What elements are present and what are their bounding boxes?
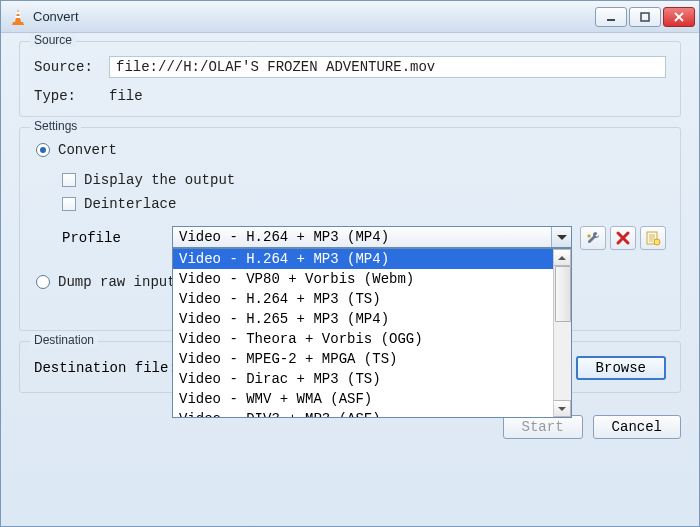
destination-legend: Destination [30, 333, 98, 347]
svg-rect-4 [607, 19, 615, 21]
source-label: Source: [34, 59, 109, 75]
display-output-label: Display the output [84, 172, 235, 188]
profile-dropdown: Video - H.264 + MP3 (MP4)Video - VP80 + … [172, 248, 572, 418]
deinterlace-checkbox[interactable] [62, 197, 76, 211]
profile-option[interactable]: Video - H.264 + MP3 (MP4) [173, 249, 553, 269]
type-value: file [109, 88, 143, 104]
dump-raw-radio[interactable] [36, 275, 50, 289]
svg-point-8 [654, 239, 660, 245]
scroll-down-button[interactable] [554, 400, 571, 417]
profile-option[interactable]: Video - Dirac + MP3 (TS) [173, 369, 553, 389]
svg-point-6 [588, 241, 590, 243]
close-button[interactable] [663, 7, 695, 27]
svg-marker-3 [12, 22, 24, 25]
type-label: Type: [34, 88, 109, 104]
profile-tool-buttons [580, 226, 666, 250]
dump-raw-label: Dump raw input [58, 274, 176, 290]
settings-group: Settings Convert Display the output Dein… [19, 127, 681, 331]
profile-combobox[interactable]: Video - H.264 + MP3 (MP4) [172, 226, 572, 248]
window-title: Convert [33, 9, 595, 24]
profile-option[interactable]: Video - VP80 + Vorbis (Webm) [173, 269, 553, 289]
source-input[interactable] [109, 56, 666, 78]
scroll-up-button[interactable] [554, 249, 571, 266]
svg-rect-2 [16, 16, 21, 18]
settings-legend: Settings [30, 119, 81, 133]
wrench-icon [585, 230, 601, 246]
scroll-thumb[interactable] [555, 266, 571, 322]
profile-option[interactable]: Video - H.265 + MP3 (MP4) [173, 309, 553, 329]
destination-file-label: Destination file: [34, 360, 177, 376]
dropdown-scrollbar[interactable] [553, 249, 571, 417]
new-profile-icon [645, 230, 661, 246]
profile-option[interactable]: Video - Theora + Vorbis (OGG) [173, 329, 553, 349]
edit-profile-button[interactable] [580, 226, 606, 250]
profile-selected-value: Video - H.264 + MP3 (MP4) [179, 229, 389, 245]
display-output-checkbox[interactable] [62, 173, 76, 187]
minimize-button[interactable] [595, 7, 627, 27]
window-controls [595, 7, 695, 27]
new-profile-button[interactable] [640, 226, 666, 250]
vlc-cone-icon [9, 8, 27, 26]
profile-option[interactable]: Video - WMV + WMA (ASF) [173, 389, 553, 409]
svg-rect-1 [16, 12, 20, 14]
deinterlace-label: Deinterlace [84, 196, 176, 212]
convert-dialog: Convert Source Source: Type: file [0, 0, 700, 527]
svg-marker-0 [15, 9, 21, 22]
svg-rect-5 [641, 13, 649, 21]
browse-button[interactable]: Browse [576, 356, 666, 380]
titlebar: Convert [1, 1, 699, 33]
source-legend: Source [30, 33, 76, 47]
maximize-button[interactable] [629, 7, 661, 27]
convert-radio-label: Convert [58, 142, 117, 158]
profile-option[interactable]: Video - DIV3 + MP3 (ASF) [173, 409, 553, 417]
profile-option[interactable]: Video - H.264 + MP3 (TS) [173, 289, 553, 309]
chevron-down-icon[interactable] [551, 227, 571, 247]
delete-profile-button[interactable] [610, 226, 636, 250]
cancel-button[interactable]: Cancel [593, 415, 681, 439]
profile-option[interactable]: Video - MPEG-2 + MPGA (TS) [173, 349, 553, 369]
profile-label: Profile [62, 226, 172, 246]
source-group: Source Source: Type: file [19, 41, 681, 117]
convert-radio[interactable] [36, 143, 50, 157]
content-area: Source Source: Type: file Settings Conve… [1, 33, 699, 413]
delete-x-icon [615, 230, 631, 246]
start-button[interactable]: Start [503, 415, 583, 439]
